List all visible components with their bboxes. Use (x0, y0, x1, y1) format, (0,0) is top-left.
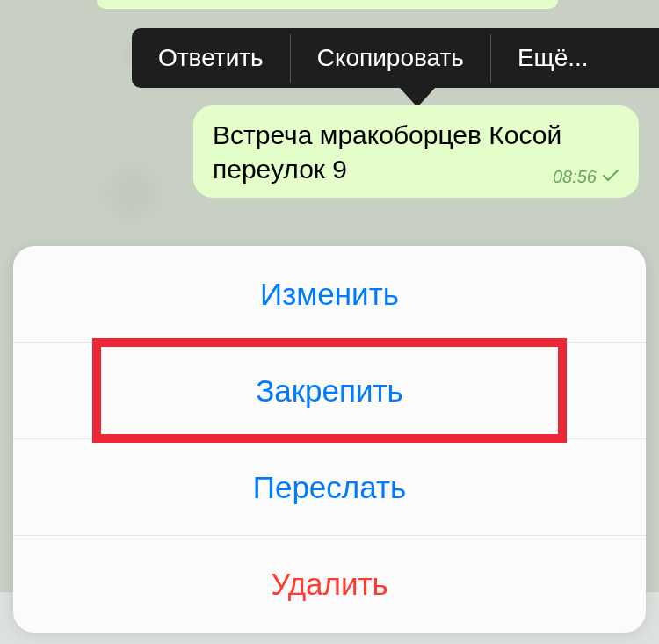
action-forward-button[interactable]: Переслать (13, 439, 646, 536)
menu-reply-button[interactable]: Ответить (132, 42, 290, 74)
action-delete-label: Удалить (271, 567, 388, 602)
message-time: 08:56 (553, 167, 597, 187)
context-menu-bar: Ответить Скопировать Ещё... (132, 28, 659, 88)
action-edit-button[interactable]: Изменить (13, 246, 646, 343)
action-pin-label: Закрепить (256, 373, 403, 409)
message-bubble[interactable]: Встреча мракоборцев Косой переулок 9 08:… (193, 105, 639, 198)
action-pin-button[interactable]: Закрепить (13, 343, 646, 439)
menu-copy-button[interactable]: Скопировать (291, 42, 490, 74)
action-forward-label: Переслать (253, 470, 406, 505)
action-edit-label: Изменить (260, 277, 399, 312)
check-icon (602, 169, 619, 186)
prev-message-bubble (97, 0, 558, 9)
menu-more-button[interactable]: Ещё... (491, 42, 615, 74)
action-sheet: Изменить Закрепить Переслать Удалить (13, 246, 646, 633)
menu-pointer-icon (400, 88, 435, 107)
action-delete-button[interactable]: Удалить (13, 536, 646, 633)
